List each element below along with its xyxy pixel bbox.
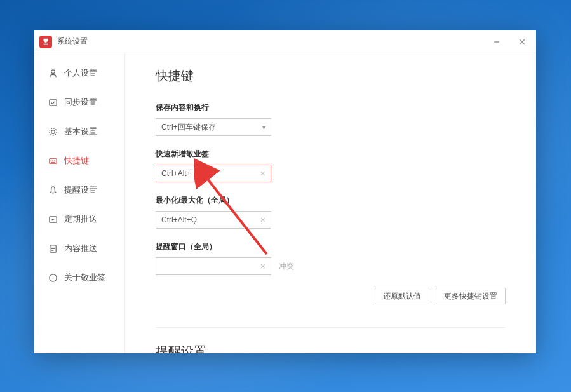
sidebar-item-shortcuts[interactable]: 快捷键 [34, 146, 124, 175]
save-shortcut-select[interactable]: Ctrl+回车键保存 ▾ [156, 118, 271, 136]
text-cursor [192, 169, 192, 178]
remind-shortcut-input[interactable]: × [156, 257, 271, 275]
close-button[interactable] [513, 33, 531, 51]
svg-rect-7 [50, 158, 57, 163]
sidebar-item-label: 个人设置 [64, 67, 97, 79]
bell-icon [48, 186, 58, 195]
input-value: Ctrl+Alt+Q [161, 215, 197, 224]
field-label-save: 保存内容和换行 [156, 102, 506, 113]
info-icon [48, 273, 58, 283]
sidebar-item-sync[interactable]: 同步设置 [34, 88, 124, 117]
section-title-reminders: 提醒设置 [156, 343, 506, 353]
clock-icon [48, 215, 58, 224]
svg-point-3 [51, 69, 55, 73]
sidebar-item-label: 提醒设置 [64, 184, 97, 196]
svg-point-5 [51, 130, 55, 133]
sidebar-item-label: 内容推送 [64, 243, 97, 254]
window-title: 系统设置 [57, 36, 488, 47]
sidebar-item-label: 基本设置 [64, 126, 97, 137]
sidebar-item-label: 关于敬业签 [64, 272, 105, 283]
svg-marker-14 [52, 218, 55, 220]
user-icon [48, 69, 58, 78]
content-area: 快捷键 保存内容和换行 Ctrl+回车键保存 ▾ 快速新增敬业签 Ctrl+Al… [125, 53, 536, 353]
section-title-shortcuts: 快捷键 [156, 67, 506, 84]
select-value: Ctrl+回车键保存 [161, 122, 216, 133]
minimize-button[interactable] [488, 33, 506, 51]
sidebar-item-basic[interactable]: 基本设置 [34, 117, 124, 146]
svg-point-21 [53, 275, 54, 276]
clear-icon[interactable]: × [260, 261, 265, 271]
clear-icon[interactable]: × [260, 168, 265, 179]
quickadd-shortcut-input[interactable]: Ctrl+Alt+ × [156, 165, 271, 182]
field-label-quickadd: 快速新增敬业签 [156, 149, 506, 159]
sidebar-item-about[interactable]: 关于敬业签 [34, 263, 124, 292]
sidebar-item-label: 同步设置 [64, 97, 97, 108]
field-label-minmax: 最小化/最大化（全局） [156, 195, 506, 206]
sidebar-item-content-push[interactable]: 内容推送 [34, 234, 124, 263]
input-value: Ctrl+Alt+ [161, 169, 191, 178]
minmax-shortcut-input[interactable]: Ctrl+Alt+Q × [156, 211, 271, 229]
section-divider [156, 327, 506, 328]
conflict-label: 冲突 [279, 261, 294, 272]
clear-icon[interactable]: × [260, 215, 265, 225]
keyboard-icon [48, 156, 58, 166]
sidebar-item-label: 快捷键 [64, 155, 89, 166]
chevron-down-icon: ▾ [262, 124, 265, 131]
sidebar-item-scheduled[interactable]: 定期推送 [34, 205, 124, 234]
app-icon [39, 36, 52, 48]
settings-window: 系统设置 个人设置 同步设置 [34, 30, 536, 353]
gear-icon [48, 127, 58, 137]
svg-point-6 [50, 128, 57, 135]
sidebar-item-label: 定期推送 [64, 213, 97, 225]
sidebar-item-reminders[interactable]: 提醒设置 [34, 175, 124, 205]
sync-icon [48, 98, 58, 107]
sidebar: 个人设置 同步设置 基本设置 快捷键 [34, 53, 125, 353]
titlebar: 系统设置 [34, 30, 536, 53]
svg-rect-4 [50, 99, 57, 105]
restore-defaults-button[interactable]: 还原默认值 [375, 288, 429, 304]
content-icon [48, 244, 58, 253]
field-label-remind: 提醒窗口（全局） [156, 241, 506, 252]
more-shortcuts-button[interactable]: 更多快捷键设置 [436, 288, 506, 304]
sidebar-item-personal[interactable]: 个人设置 [34, 58, 124, 88]
